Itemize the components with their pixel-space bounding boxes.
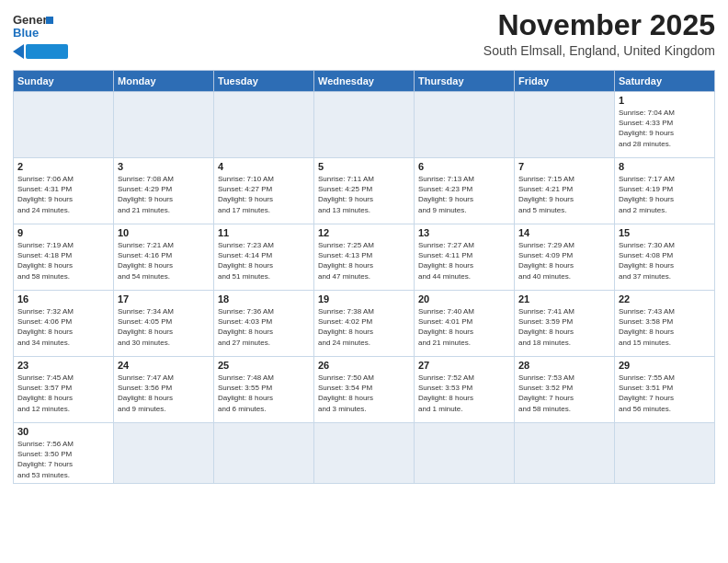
day-info: Sunrise: 7:17 AM Sunset: 4:19 PM Dayligh… — [619, 174, 711, 215]
calendar-cell: 29Sunrise: 7:55 AM Sunset: 3:51 PM Dayli… — [615, 357, 715, 423]
day-info: Sunrise: 7:19 AM Sunset: 4:18 PM Dayligh… — [17, 240, 109, 282]
day-number: 1 — [619, 95, 711, 106]
weekday-header-thursday: Thursday — [415, 71, 515, 92]
day-info: Sunrise: 7:29 AM Sunset: 4:09 PM Dayligh… — [518, 240, 610, 282]
day-info: Sunrise: 7:40 AM Sunset: 4:01 PM Dayligh… — [418, 306, 510, 348]
weekday-header-tuesday: Tuesday — [214, 71, 314, 92]
day-info: Sunrise: 7:25 AM Sunset: 4:13 PM Dayligh… — [318, 240, 410, 282]
day-number: 3 — [118, 161, 210, 172]
calendar-cell: 23Sunrise: 7:45 AM Sunset: 3:57 PM Dayli… — [14, 357, 114, 423]
day-number: 29 — [619, 360, 711, 371]
calendar-cell — [14, 92, 114, 158]
calendar-cell: 14Sunrise: 7:29 AM Sunset: 4:09 PM Dayli… — [515, 224, 615, 291]
weekday-header-friday: Friday — [515, 71, 615, 92]
day-number: 28 — [518, 360, 610, 371]
calendar-cell: 8Sunrise: 7:17 AM Sunset: 4:19 PM Daylig… — [615, 158, 715, 224]
day-number: 7 — [518, 161, 610, 172]
calendar-cell: 15Sunrise: 7:30 AM Sunset: 4:08 PM Dayli… — [615, 224, 715, 291]
day-info: Sunrise: 7:43 AM Sunset: 3:58 PM Dayligh… — [619, 306, 711, 348]
calendar-cell: 16Sunrise: 7:32 AM Sunset: 4:06 PM Dayli… — [14, 291, 114, 357]
day-number: 15 — [619, 227, 711, 238]
day-info: Sunrise: 7:10 AM Sunset: 4:27 PM Dayligh… — [218, 174, 310, 215]
logo-icon: General Blue — [13, 9, 53, 42]
calendar-cell: 27Sunrise: 7:52 AM Sunset: 3:53 PM Dayli… — [415, 357, 515, 423]
calendar-cell: 10Sunrise: 7:21 AM Sunset: 4:16 PM Dayli… — [114, 224, 214, 291]
calendar-cell — [314, 423, 415, 484]
day-number: 6 — [418, 161, 510, 172]
calendar-cell — [415, 92, 515, 158]
day-info: Sunrise: 7:04 AM Sunset: 4:33 PM Dayligh… — [619, 108, 711, 149]
title-area: November 2025 South Elmsall, England, Un… — [483, 9, 715, 58]
weekday-header-row: SundayMondayTuesdayWednesdayThursdayFrid… — [14, 71, 715, 92]
day-info: Sunrise: 7:45 AM Sunset: 3:57 PM Dayligh… — [17, 373, 109, 414]
day-info: Sunrise: 7:50 AM Sunset: 3:54 PM Dayligh… — [318, 373, 410, 414]
day-number: 4 — [218, 161, 310, 172]
calendar-title: November 2025 — [483, 9, 715, 41]
calendar-cell — [515, 423, 615, 484]
day-number: 5 — [318, 161, 410, 172]
calendar-cell: 25Sunrise: 7:48 AM Sunset: 3:55 PM Dayli… — [214, 357, 314, 423]
day-info: Sunrise: 7:21 AM Sunset: 4:16 PM Dayligh… — [118, 240, 210, 282]
calendar-cell: 24Sunrise: 7:47 AM Sunset: 3:56 PM Dayli… — [114, 357, 214, 423]
logo: General Blue — [13, 9, 68, 63]
calendar-cell: 30Sunrise: 7:56 AM Sunset: 3:50 PM Dayli… — [14, 423, 114, 484]
day-number: 20 — [418, 293, 510, 304]
day-info: Sunrise: 7:41 AM Sunset: 3:59 PM Dayligh… — [518, 306, 610, 348]
day-number: 25 — [218, 360, 310, 371]
calendar-subtitle: South Elmsall, England, United Kingdom — [483, 43, 715, 58]
calendar-cell — [114, 423, 214, 484]
calendar-cell: 20Sunrise: 7:40 AM Sunset: 4:01 PM Dayli… — [415, 291, 515, 357]
day-info: Sunrise: 7:23 AM Sunset: 4:14 PM Dayligh… — [218, 240, 310, 282]
weekday-header-sunday: Sunday — [14, 71, 114, 92]
logo-decoration — [13, 44, 68, 59]
calendar-week-6: 30Sunrise: 7:56 AM Sunset: 3:50 PM Dayli… — [14, 423, 715, 484]
calendar-cell: 1Sunrise: 7:04 AM Sunset: 4:33 PM Daylig… — [615, 92, 715, 158]
day-info: Sunrise: 7:27 AM Sunset: 4:11 PM Dayligh… — [418, 240, 510, 282]
calendar-cell: 12Sunrise: 7:25 AM Sunset: 4:13 PM Dayli… — [314, 224, 415, 291]
page: General Blue November 2025 South Elmsall… — [0, 0, 728, 563]
calendar-cell: 18Sunrise: 7:36 AM Sunset: 4:03 PM Dayli… — [214, 291, 314, 357]
day-info: Sunrise: 7:38 AM Sunset: 4:02 PM Dayligh… — [318, 306, 410, 348]
day-number: 18 — [218, 293, 310, 304]
svg-marker-4 — [13, 44, 24, 59]
calendar-cell: 28Sunrise: 7:53 AM Sunset: 3:52 PM Dayli… — [515, 357, 615, 423]
calendar-week-5: 23Sunrise: 7:45 AM Sunset: 3:57 PM Dayli… — [14, 357, 715, 423]
calendar-cell: 17Sunrise: 7:34 AM Sunset: 4:05 PM Dayli… — [114, 291, 214, 357]
day-info: Sunrise: 7:48 AM Sunset: 3:55 PM Dayligh… — [218, 373, 310, 414]
day-number: 30 — [17, 426, 109, 437]
day-number: 8 — [619, 161, 711, 172]
day-number: 22 — [619, 293, 711, 304]
calendar-cell — [615, 423, 715, 484]
day-info: Sunrise: 7:08 AM Sunset: 4:29 PM Dayligh… — [118, 174, 210, 215]
calendar-cell: 13Sunrise: 7:27 AM Sunset: 4:11 PM Dayli… — [415, 224, 515, 291]
day-number: 17 — [118, 293, 210, 304]
calendar-cell: 26Sunrise: 7:50 AM Sunset: 3:54 PM Dayli… — [314, 357, 415, 423]
calendar-week-4: 16Sunrise: 7:32 AM Sunset: 4:06 PM Dayli… — [14, 291, 715, 357]
calendar-cell: 5Sunrise: 7:11 AM Sunset: 4:25 PM Daylig… — [314, 158, 415, 224]
day-number: 11 — [218, 227, 310, 238]
day-info: Sunrise: 7:30 AM Sunset: 4:08 PM Dayligh… — [619, 240, 711, 282]
day-info: Sunrise: 7:52 AM Sunset: 3:53 PM Dayligh… — [418, 373, 510, 414]
calendar-cell: 4Sunrise: 7:10 AM Sunset: 4:27 PM Daylig… — [214, 158, 314, 224]
day-info: Sunrise: 7:15 AM Sunset: 4:21 PM Dayligh… — [518, 174, 610, 215]
day-info: Sunrise: 7:34 AM Sunset: 4:05 PM Dayligh… — [118, 306, 210, 348]
calendar-cell: 3Sunrise: 7:08 AM Sunset: 4:29 PM Daylig… — [114, 158, 214, 224]
calendar-cell: 6Sunrise: 7:13 AM Sunset: 4:23 PM Daylig… — [415, 158, 515, 224]
svg-text:Blue: Blue — [13, 26, 39, 40]
day-number: 13 — [418, 227, 510, 238]
calendar-cell: 19Sunrise: 7:38 AM Sunset: 4:02 PM Dayli… — [314, 291, 415, 357]
calendar-cell — [314, 92, 415, 158]
calendar-week-2: 2Sunrise: 7:06 AM Sunset: 4:31 PM Daylig… — [14, 158, 715, 224]
calendar-cell — [515, 92, 615, 158]
calendar-cell: 2Sunrise: 7:06 AM Sunset: 4:31 PM Daylig… — [14, 158, 114, 224]
svg-rect-5 — [26, 44, 68, 59]
calendar-cell: 22Sunrise: 7:43 AM Sunset: 3:58 PM Dayli… — [615, 291, 715, 357]
day-info: Sunrise: 7:11 AM Sunset: 4:25 PM Dayligh… — [318, 174, 410, 215]
day-number: 14 — [518, 227, 610, 238]
day-info: Sunrise: 7:47 AM Sunset: 3:56 PM Dayligh… — [118, 373, 210, 414]
calendar-cell — [114, 92, 214, 158]
day-number: 19 — [318, 293, 410, 304]
svg-rect-3 — [46, 17, 53, 24]
day-info: Sunrise: 7:32 AM Sunset: 4:06 PM Dayligh… — [17, 306, 109, 348]
calendar-week-3: 9Sunrise: 7:19 AM Sunset: 4:18 PM Daylig… — [14, 224, 715, 291]
